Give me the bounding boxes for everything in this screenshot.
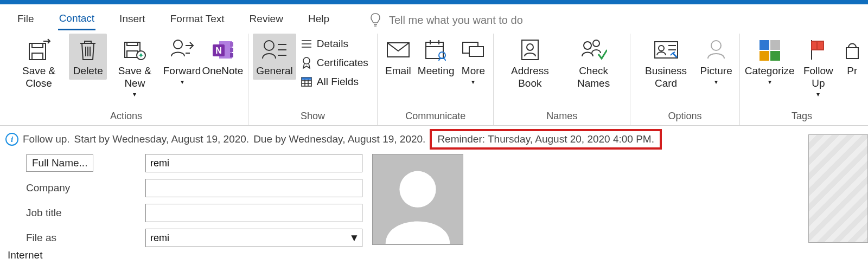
business-card-icon	[653, 39, 679, 61]
meeting-icon	[424, 38, 449, 62]
general-icon	[261, 38, 288, 62]
email-button[interactable]: Email	[382, 34, 414, 80]
svg-rect-43	[469, 47, 483, 56]
categorize-caret-icon: ▾	[768, 78, 771, 86]
categorize-button[interactable]: Categorize ▾	[744, 34, 795, 88]
onenote-button[interactable]: N OneNote	[202, 34, 244, 80]
svg-rect-58	[846, 48, 858, 59]
file-as-label: File as	[26, 232, 135, 244]
meeting-label: Meeting	[418, 65, 455, 77]
business-card-preview	[808, 134, 868, 243]
svg-text:N: N	[216, 46, 222, 55]
contact-form: Full Name... Company Job title File as ▼	[0, 153, 868, 247]
svg-point-60	[399, 171, 436, 208]
more-icon	[461, 39, 486, 61]
check-names-button[interactable]: Check Names	[561, 34, 626, 92]
address-book-button[interactable]: Address Book	[498, 34, 561, 92]
full-name-input[interactable]	[145, 154, 362, 172]
follow-up-label: Follow Up	[798, 65, 838, 90]
check-names-icon	[580, 38, 607, 62]
svg-rect-18	[230, 48, 233, 52]
svg-rect-19	[230, 53, 233, 57]
followup-due-text: Due by Wednesday, August 19, 2020.	[253, 133, 425, 145]
full-name-button[interactable]: Full Name...	[26, 154, 93, 172]
certificates-button[interactable]: Certificates	[298, 55, 371, 70]
group-options: Business Card Picture ▾ Options	[630, 34, 740, 125]
all-fields-button[interactable]: All Fields	[298, 75, 371, 89]
more-button[interactable]: More ▾	[457, 34, 489, 88]
details-label: Details	[317, 38, 348, 50]
svg-rect-9	[127, 51, 138, 57]
followup-text: Follow up.	[23, 133, 70, 145]
svg-rect-4	[32, 43, 43, 48]
trash-icon	[77, 38, 99, 62]
tab-review[interactable]: Review	[248, 11, 284, 29]
group-options-label: Options	[668, 111, 702, 124]
svg-point-49	[659, 46, 664, 51]
forward-icon	[169, 38, 195, 62]
picture-button[interactable]: Picture ▾	[697, 34, 735, 88]
tell-me-search[interactable]: Tell me what you want to do	[369, 12, 523, 28]
save-new-button[interactable]: ✦ Save & New ▾	[107, 34, 162, 100]
details-button[interactable]: Details	[298, 37, 371, 51]
followup-reminder-highlight: Reminder: Thursday, August 20, 2020 4:00…	[430, 129, 662, 150]
categorize-label: Categorize	[745, 65, 795, 77]
flag-icon	[807, 38, 829, 62]
save-new-label: Save & New	[110, 65, 159, 90]
svg-rect-54	[770, 40, 780, 50]
tab-insert[interactable]: Insert	[118, 11, 146, 29]
contact-photo-placeholder[interactable]	[372, 154, 463, 245]
picture-caret-icon: ▾	[714, 78, 718, 86]
svg-rect-37	[426, 42, 443, 59]
business-card-label: Business Card	[638, 65, 694, 90]
internet-section-header: Internet	[0, 247, 868, 261]
company-label: Company	[26, 182, 135, 194]
file-as-dropdown-icon[interactable]: ▼	[347, 232, 362, 244]
tab-file[interactable]: File	[16, 11, 35, 29]
general-button[interactable]: General	[253, 34, 296, 80]
follow-up-button[interactable]: Follow Up ▾	[795, 34, 841, 100]
svg-point-46	[584, 42, 591, 49]
svg-rect-17	[230, 42, 233, 47]
svg-rect-35	[302, 77, 311, 80]
group-show-label: Show	[301, 111, 325, 124]
private-label: Pr	[847, 65, 857, 77]
file-as-input[interactable]	[146, 231, 347, 245]
private-button[interactable]: Pr	[842, 34, 859, 80]
group-show: General Details Certificates	[248, 34, 378, 125]
svg-text:✦: ✦	[138, 51, 144, 60]
job-title-label: Job title	[26, 207, 135, 219]
job-title-input[interactable]	[145, 204, 362, 222]
tab-format-text[interactable]: Format Text	[169, 11, 226, 29]
categorize-icon	[757, 38, 782, 62]
delete-button[interactable]: Delete	[69, 34, 107, 80]
svg-point-13	[174, 40, 182, 49]
meeting-button[interactable]: Meeting	[414, 34, 458, 80]
svg-point-45	[527, 44, 533, 50]
email-label: Email	[385, 65, 411, 77]
ribbon: Save & Close Delete	[0, 33, 868, 126]
company-input[interactable]	[145, 179, 362, 197]
svg-point-22	[264, 41, 274, 50]
all-fields-icon	[301, 76, 312, 87]
svg-point-47	[593, 40, 599, 47]
group-tags: Categorize ▾ Follow Up ▾	[740, 34, 864, 125]
forward-button[interactable]: Forward ▾	[163, 34, 202, 88]
avatar-placeholder-icon	[373, 154, 463, 244]
svg-point-41	[439, 52, 445, 59]
check-names-label: Check Names	[565, 65, 622, 90]
business-card-button[interactable]: Business Card	[635, 34, 697, 92]
file-as-combo[interactable]: ▼	[145, 229, 362, 247]
svg-point-29	[303, 57, 310, 64]
lightbulb-icon	[369, 12, 381, 28]
save-new-caret-icon: ▾	[133, 90, 136, 98]
group-names: Address Book Check Names Names	[494, 34, 630, 125]
certificates-icon	[301, 56, 312, 69]
all-fields-label: All Fields	[317, 76, 359, 88]
info-icon: i	[5, 133, 18, 146]
group-communicate: Email Meeting	[378, 34, 494, 125]
tab-help[interactable]: Help	[307, 11, 330, 29]
tab-contact[interactable]: Contact	[58, 10, 95, 30]
address-book-label: Address Book	[501, 65, 558, 90]
save-close-button[interactable]: Save & Close	[9, 34, 69, 92]
